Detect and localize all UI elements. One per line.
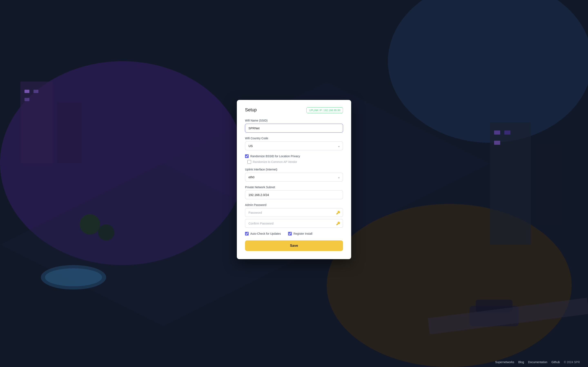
auto-check-updates-checkbox[interactable]: [245, 232, 249, 235]
wifi-name-input[interactable]: [245, 124, 343, 133]
randomize-row: Randomize BSSID for Location Privacy Ran…: [245, 154, 343, 164]
register-install-checkbox[interactable]: [288, 232, 292, 235]
randomize-vendor-label[interactable]: Randomize to Common AP Vendor: [253, 160, 297, 164]
uplink-interface-label: Uplink Interface (Internet): [245, 168, 343, 171]
password-wrapper: 🔑: [245, 208, 343, 217]
footer-link-blog[interactable]: Blog: [518, 360, 524, 364]
private-subnet-input[interactable]: [245, 191, 343, 199]
footer-link-supernetworks[interactable]: Supernetworks: [495, 360, 514, 364]
card-header: Setup UPLINK IP: 192.168.99.99: [245, 107, 343, 113]
password-input[interactable]: [245, 208, 343, 217]
page-title: Setup: [245, 107, 257, 113]
auto-check-updates-label[interactable]: Auto-Check for Updates: [250, 232, 281, 235]
wifi-country-select[interactable]: US CA GB AU DE FR JP: [245, 142, 343, 150]
footer-link-documentation[interactable]: Documentation: [528, 360, 547, 364]
wifi-name-group: Wifi Name (SSID): [245, 119, 343, 133]
wifi-name-label: Wifi Name (SSID): [245, 119, 343, 122]
auto-check-updates-item: Auto-Check for Updates: [245, 232, 281, 235]
save-button[interactable]: Save: [245, 240, 343, 251]
admin-password-group: Admin Password 🔑 🔑: [245, 203, 343, 228]
uplink-interface-select[interactable]: eth0 eth1 wlan0 wlan1: [245, 173, 343, 182]
randomize-vendor-checkbox[interactable]: [247, 160, 251, 164]
wifi-country-group: Wifi Country Code US CA GB AU DE FR JP ⌄: [245, 137, 343, 150]
main-content: Setup UPLINK IP: 192.168.99.99 Wifi Name…: [0, 0, 588, 367]
setup-card: Setup UPLINK IP: 192.168.99.99 Wifi Name…: [237, 100, 351, 259]
admin-password-label: Admin Password: [245, 203, 343, 207]
bottom-checkboxes: Auto-Check for Updates Register Install: [245, 232, 343, 235]
register-install-label[interactable]: Register Install: [293, 232, 312, 235]
uplink-badge: UPLINK IP: 192.168.99.99: [306, 107, 343, 113]
footer-link-github[interactable]: Github: [552, 360, 560, 364]
randomize-vendor-item: Randomize to Common AP Vendor: [247, 160, 297, 164]
uplink-interface-group: Uplink Interface (Internet) eth0 eth1 wl…: [245, 168, 343, 182]
footer: Supernetworks Blog Documentation Github …: [0, 357, 588, 367]
confirm-password-input[interactable]: [245, 219, 343, 228]
footer-copyright: © 2024 SPR: [564, 360, 580, 364]
confirm-password-wrapper: 🔑: [245, 219, 343, 228]
private-subnet-group: Private Network Subnet: [245, 185, 343, 199]
randomize-bssid-item: Randomize BSSID for Location Privacy: [245, 154, 300, 158]
randomize-bssid-label[interactable]: Randomize BSSID for Location Privacy: [250, 155, 300, 158]
wifi-country-select-wrapper: US CA GB AU DE FR JP ⌄: [245, 142, 343, 150]
register-install-item: Register Install: [288, 232, 312, 235]
uplink-interface-select-wrapper: eth0 eth1 wlan0 wlan1 ⌄: [245, 173, 343, 182]
wifi-country-label: Wifi Country Code: [245, 137, 343, 140]
private-subnet-label: Private Network Subnet: [245, 185, 343, 189]
randomize-bssid-checkbox[interactable]: [245, 154, 249, 158]
